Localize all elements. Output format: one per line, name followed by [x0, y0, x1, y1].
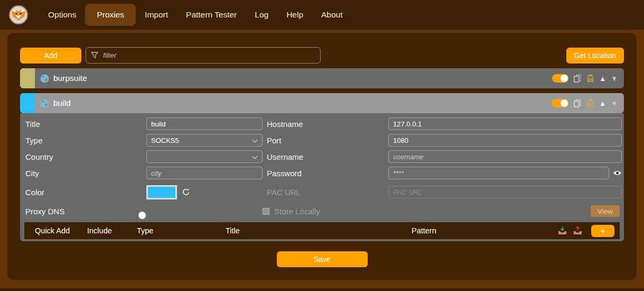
proxy-title: build	[53, 98, 71, 108]
tab-about[interactable]: About	[312, 5, 352, 25]
import-patterns-icon[interactable]	[557, 226, 567, 235]
store-locally-label: Store Locally	[274, 207, 320, 216]
proxy-color-strip	[20, 68, 35, 88]
title-label: Title	[25, 120, 146, 129]
port-label: Port	[263, 136, 388, 145]
chevron-down-icon	[253, 154, 258, 159]
store-locally-checkbox	[263, 208, 269, 215]
tab-help[interactable]: Help	[277, 5, 312, 25]
type-column-label: Type	[137, 226, 226, 235]
show-password-eye-icon[interactable]	[613, 170, 622, 176]
hostname-label: Hostname	[263, 120, 388, 129]
tab-proxies[interactable]: Proxies	[85, 4, 136, 26]
pattern-column-label: Pattern	[412, 226, 557, 235]
move-up-icon[interactable]: ▲	[599, 100, 606, 107]
tab-pattern-tester[interactable]: Pattern Tester	[177, 5, 246, 25]
filter-field-wrap	[86, 47, 321, 63]
password-label: Password	[263, 169, 388, 178]
top-navbar: Options Proxies Import Pattern Tester Lo…	[0, 0, 644, 30]
city-label: City	[25, 169, 146, 178]
delete-trash-icon[interactable]	[586, 74, 594, 83]
quick-add-column-label: Quick Add	[35, 226, 87, 235]
city-input[interactable]	[146, 167, 263, 179]
globe-icon	[40, 74, 49, 83]
include-column-label: Include	[87, 226, 137, 235]
toolbar: Add Get Location	[20, 47, 624, 63]
view-pac-button: View	[591, 205, 620, 217]
add-pattern-button[interactable]: +	[591, 225, 614, 237]
proxy-enabled-toggle[interactable]	[552, 74, 568, 83]
proxy-row-burpsuite[interactable]: burpsuite ▲ ▼	[20, 68, 624, 88]
type-label: Type	[25, 136, 146, 145]
quick-add-header: Quick Add Include Type Title Pattern +	[24, 222, 620, 239]
globe-icon	[40, 99, 49, 108]
proxies-panel: Add Get Location burpsuite	[7, 33, 637, 280]
tab-import[interactable]: Import	[136, 5, 177, 25]
move-down-icon[interactable]: ▼	[611, 75, 618, 82]
filter-input[interactable]	[86, 47, 321, 63]
proxy-title: burpsuite	[53, 74, 87, 83]
duplicate-icon[interactable]	[573, 99, 582, 107]
duplicate-icon[interactable]	[573, 74, 582, 83]
title-column-label: Title	[226, 226, 412, 235]
proxy-row-build[interactable]: build ▲ ▼	[20, 93, 624, 113]
reset-color-icon[interactable]	[182, 188, 190, 196]
color-swatch[interactable]	[146, 185, 177, 199]
proxy-dns-label: Proxy DNS	[25, 207, 146, 216]
filter-funnel-icon	[91, 52, 98, 59]
tab-log[interactable]: Log	[246, 5, 277, 25]
move-down-icon[interactable]: ▼	[611, 100, 618, 107]
username-label: Username	[263, 152, 388, 161]
tab-options[interactable]: Options	[39, 5, 85, 25]
hostname-input[interactable]	[388, 117, 622, 130]
get-location-button[interactable]: Get Location	[566, 48, 624, 63]
pac-url-label: PAC URL	[263, 188, 388, 197]
pac-url-input	[388, 186, 622, 198]
foxyproxy-logo-icon	[8, 5, 29, 25]
add-proxy-button[interactable]: Add	[20, 48, 81, 63]
title-input[interactable]	[146, 117, 263, 130]
username-input[interactable]	[388, 150, 622, 163]
delete-trash-icon[interactable]	[586, 99, 594, 107]
proxy-editor: Title Hostname Type SOCKS5 Port Country	[20, 113, 624, 241]
chevron-down-icon	[253, 138, 258, 143]
password-input[interactable]	[388, 167, 609, 179]
country-label: Country	[25, 152, 146, 161]
bottom-edge	[0, 288, 644, 291]
type-select[interactable]: SOCKS5	[146, 134, 263, 147]
proxy-color-strip	[20, 93, 35, 113]
export-patterns-icon[interactable]	[573, 226, 583, 235]
country-select[interactable]	[146, 150, 263, 163]
color-label: Color	[25, 188, 146, 197]
move-up-icon[interactable]: ▲	[599, 75, 606, 82]
port-input[interactable]	[388, 134, 622, 147]
save-button[interactable]: Save	[277, 251, 368, 267]
proxy-enabled-toggle[interactable]	[552, 99, 568, 107]
